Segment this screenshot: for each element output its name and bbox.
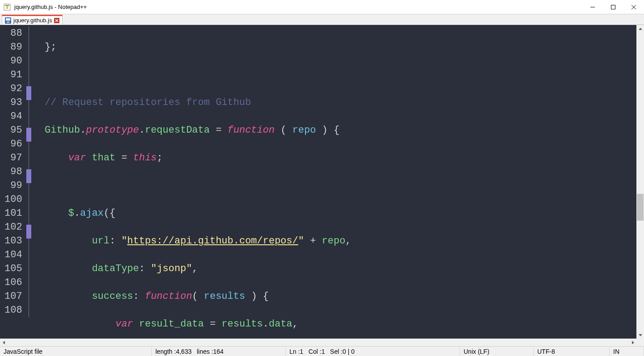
scrollbar-track[interactable] bbox=[8, 339, 629, 346]
tab-bar: jquery.github.js bbox=[0, 14, 644, 25]
scroll-right-button[interactable] bbox=[629, 339, 636, 346]
vertical-scrollbar[interactable] bbox=[636, 25, 644, 339]
horizontal-scrollbar[interactable] bbox=[0, 339, 636, 346]
tab-filename: jquery.github.js bbox=[13, 17, 52, 24]
fold-column[interactable] bbox=[26, 25, 33, 339]
status-bar: JavaScript file length : 4,633 lines : 1… bbox=[0, 346, 644, 356]
status-position: Ln : 1 Col : 1 Sel : 0 | 0 bbox=[286, 347, 460, 356]
status-eol: Unix (LF) bbox=[460, 347, 534, 356]
scrollbar-track[interactable] bbox=[636, 33, 644, 331]
svg-rect-3 bbox=[611, 5, 615, 9]
status-mode: IN bbox=[610, 347, 644, 356]
app-icon bbox=[4, 4, 11, 11]
minimize-button[interactable] bbox=[582, 0, 603, 14]
close-button[interactable] bbox=[623, 0, 644, 14]
scroll-down-button[interactable] bbox=[636, 331, 644, 339]
svg-rect-8 bbox=[7, 21, 9, 23]
titlebar: jquery.github.js - Notepad++ bbox=[0, 0, 644, 14]
scrollbar-thumb[interactable] bbox=[637, 194, 644, 221]
code-editor[interactable]: 88 89 90 91 92 93 94 95 96 97 98 9910010… bbox=[0, 25, 636, 339]
tab-file[interactable]: jquery.github.js bbox=[2, 15, 63, 25]
status-encoding: UTF-8 bbox=[534, 347, 610, 356]
save-icon bbox=[5, 17, 11, 24]
line-number-gutter: 88 89 90 91 92 93 94 95 96 97 98 9910010… bbox=[0, 25, 26, 339]
code-area[interactable]: }; // Request repositories from Github G… bbox=[33, 25, 510, 339]
status-language: JavaScript file bbox=[0, 347, 152, 356]
tab-close-button[interactable] bbox=[54, 18, 59, 23]
scrollbar-corner bbox=[636, 339, 644, 346]
window-title: jquery.github.js - Notepad++ bbox=[14, 4, 582, 10]
scroll-up-button[interactable] bbox=[636, 25, 644, 33]
maximize-button[interactable] bbox=[603, 0, 623, 14]
svg-rect-7 bbox=[6, 18, 10, 21]
status-length: length : 4,633 lines : 164 bbox=[152, 347, 286, 356]
scroll-left-button[interactable] bbox=[0, 339, 8, 346]
